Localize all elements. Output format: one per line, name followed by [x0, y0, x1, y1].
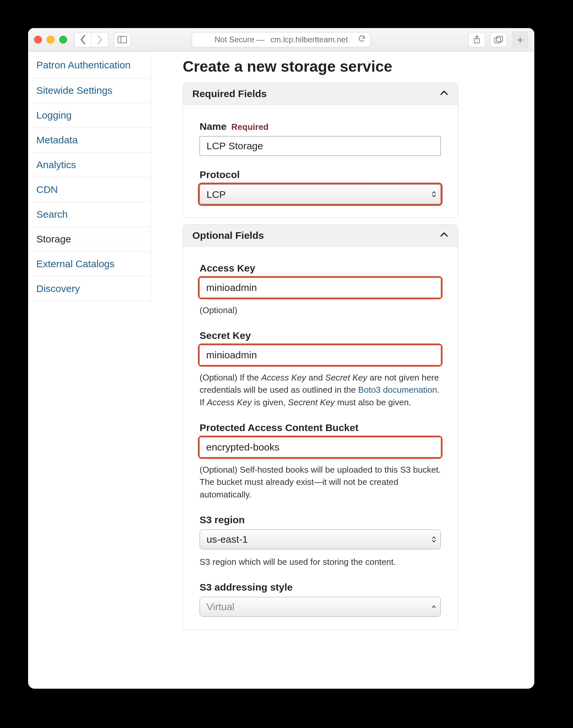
- optional-fields-panel: Optional Fields Access Key (Optional) Se…: [183, 224, 458, 630]
- sidebar: Patron Authentication Sitewide Settings …: [28, 52, 151, 689]
- field-label: S3 region: [200, 514, 441, 525]
- sidebar-item-patron-authentication[interactable]: Patron Authentication: [28, 52, 151, 78]
- reload-icon[interactable]: [358, 35, 366, 45]
- sidebar-item-label: Sitewide Settings: [36, 85, 112, 96]
- security-status: Not Secure —: [214, 35, 264, 44]
- url-text: cm.lcp.hilbertteam.net: [270, 35, 348, 44]
- share-button[interactable]: [468, 32, 485, 47]
- field-hint: (Optional): [200, 304, 441, 317]
- field-label: Protected Access Content Bucket: [200, 422, 441, 433]
- address-bar[interactable]: Not Secure — cm.lcp.hilbertteam.net: [192, 32, 371, 47]
- field-secret-key: Secret Key (Optional) If the Access Key …: [200, 330, 441, 409]
- field-label: Secret Key: [200, 330, 441, 341]
- sidebar-item-sitewide-settings[interactable]: Sitewide Settings: [28, 78, 151, 103]
- field-hint: (Optional) If the Access Key and Secret …: [200, 372, 441, 409]
- sidebar-item-label: Storage: [36, 233, 71, 244]
- main-content: Create a new storage service Required Fi…: [151, 52, 534, 689]
- sidebar-item-label: CDN: [36, 184, 58, 195]
- sidebar-item-logging[interactable]: Logging: [28, 103, 151, 128]
- sidebar-item-external-catalogs[interactable]: External Catalogs: [28, 252, 151, 276]
- name-input[interactable]: [200, 136, 441, 156]
- field-label: Name Required: [200, 121, 441, 132]
- secret-key-input[interactable]: [200, 345, 441, 365]
- access-key-input[interactable]: [200, 278, 441, 298]
- nav-buttons: [74, 32, 108, 47]
- svg-rect-4: [497, 36, 503, 42]
- browser-titlebar: Not Secure — cm.lcp.hilbertteam.net ＋: [28, 28, 534, 52]
- sidebar-item-search[interactable]: Search: [28, 202, 151, 227]
- sidebar-item-analytics[interactable]: Analytics: [28, 153, 151, 177]
- s3-addressing-select[interactable]: Virtual: [200, 597, 441, 617]
- maximize-window-button[interactable]: [59, 36, 67, 44]
- panel-header-label: Required Fields: [192, 88, 267, 99]
- sidebar-item-label: Logging: [36, 110, 72, 121]
- field-access-key: Access Key (Optional): [200, 263, 441, 317]
- chevron-up-icon: [439, 88, 449, 100]
- field-protected-bucket: Protected Access Content Bucket (Optiona…: [200, 422, 441, 501]
- sidebar-toggle-button[interactable]: [114, 32, 131, 47]
- toolbar-right: ＋: [468, 32, 528, 48]
- s3-region-select[interactable]: us-east-1: [200, 529, 441, 549]
- field-s3-addressing-style: S3 addressing style Virtual: [200, 582, 441, 617]
- sidebar-item-discovery[interactable]: Discovery: [28, 276, 151, 301]
- required-tag: Required: [231, 122, 269, 132]
- field-hint: S3 region which will be used for storing…: [200, 556, 441, 568]
- field-hint: (Optional) Self-hosted books will be upl…: [200, 464, 441, 501]
- required-fields-header[interactable]: Required Fields: [183, 83, 458, 105]
- sidebar-item-label: Discovery: [36, 283, 80, 294]
- browser-window: Not Secure — cm.lcp.hilbertteam.net ＋ Pa…: [28, 28, 534, 689]
- tabs-button[interactable]: [490, 32, 507, 47]
- sidebar-item-cdn[interactable]: CDN: [28, 177, 151, 202]
- optional-fields-header[interactable]: Optional Fields: [183, 225, 458, 247]
- back-button[interactable]: [75, 33, 91, 47]
- field-name: Name Required: [200, 121, 441, 156]
- sidebar-item-label: Metadata: [36, 134, 77, 145]
- sidebar-item-label: Analytics: [36, 159, 76, 170]
- panel-header-label: Optional Fields: [192, 230, 264, 241]
- sidebar-item-label: Search: [36, 209, 68, 220]
- field-protocol: Protocol LCP: [200, 169, 441, 204]
- sidebar-item-storage[interactable]: Storage: [28, 227, 151, 252]
- boto3-doc-link[interactable]: Boto3 documenation: [358, 385, 437, 395]
- window-controls: [34, 36, 67, 44]
- sidebar-item-metadata[interactable]: Metadata: [28, 128, 151, 153]
- sidebar-item-label: External Catalogs: [36, 258, 115, 269]
- field-label: S3 addressing style: [200, 582, 441, 593]
- forward-button[interactable]: [91, 33, 108, 47]
- new-tab-button[interactable]: ＋: [512, 32, 528, 48]
- svg-rect-3: [495, 38, 501, 43]
- required-fields-panel: Required Fields Name Required Protocol L…: [183, 82, 458, 218]
- sidebar-item-label: Patron Authentication: [36, 59, 131, 70]
- field-s3-region: S3 region us-east-1 S3 region which will…: [200, 514, 441, 568]
- field-label: Protocol: [200, 169, 441, 180]
- field-label: Access Key: [200, 263, 441, 274]
- page-title: Create a new storage service: [183, 57, 534, 75]
- protocol-select[interactable]: LCP: [200, 184, 441, 204]
- chevron-up-icon: [439, 230, 449, 241]
- close-window-button[interactable]: [34, 36, 42, 44]
- svg-rect-0: [118, 36, 126, 43]
- minimize-window-button[interactable]: [47, 36, 55, 44]
- protected-bucket-input[interactable]: [200, 437, 441, 457]
